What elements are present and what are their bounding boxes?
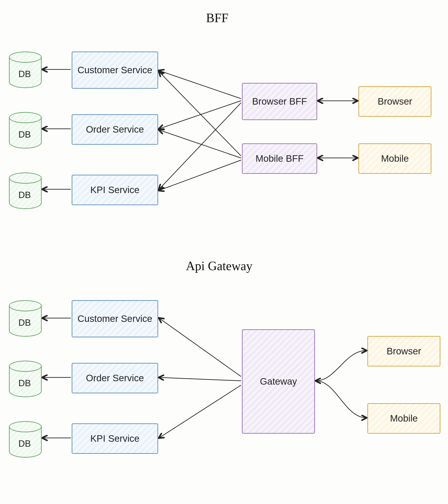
service-label: Order Service	[86, 373, 144, 384]
diagram-canvas: BFF DB DB DB Customer Service Order Serv…	[0, 0, 448, 504]
db-customer-bottom: DB	[9, 300, 40, 336]
svg-line-8	[159, 160, 241, 190]
client-label: Browser	[378, 96, 412, 107]
db-kpi-top: DB	[9, 173, 40, 208]
db-label: DB	[9, 318, 40, 328]
service-kpi-bottom: KPI Service	[72, 423, 158, 454]
service-customer-top: Customer Service	[72, 52, 158, 89]
client-browser-top: Browser	[358, 86, 431, 117]
gateway-label: Gateway	[260, 376, 297, 387]
db-label: DB	[9, 439, 40, 449]
db-label: DB	[9, 129, 40, 140]
service-label: KPI Service	[90, 433, 139, 444]
svg-line-14	[159, 318, 241, 376]
svg-line-15	[159, 378, 241, 381]
title-gateway: Api Gateway	[186, 259, 252, 273]
svg-line-5	[159, 103, 241, 189]
service-label: Customer Service	[77, 313, 152, 324]
db-label: DB	[9, 190, 40, 200]
gateway-box: Gateway	[242, 329, 315, 434]
svg-line-3	[159, 71, 241, 99]
db-customer-top: DB	[9, 52, 40, 87]
bff-label: Browser BFF	[252, 96, 307, 107]
service-customer-bottom: Customer Service	[72, 300, 158, 337]
bff-browser: Browser BFF	[242, 83, 317, 120]
service-order-bottom: Order Service	[72, 363, 158, 393]
service-kpi-top: KPI Service	[72, 175, 158, 205]
bff-mobile: Mobile BFF	[242, 143, 317, 174]
db-label: DB	[9, 378, 40, 388]
service-label: Order Service	[86, 124, 144, 135]
svg-line-7	[159, 130, 241, 158]
service-label: KPI Service	[90, 184, 139, 196]
client-label: Browser	[387, 346, 421, 357]
client-label: Mobile	[381, 153, 409, 164]
client-browser-bottom: Browser	[367, 336, 440, 366]
db-order-bottom: DB	[9, 361, 40, 396]
client-mobile-top: Mobile	[358, 143, 431, 174]
service-label: Customer Service	[77, 65, 152, 76]
title-bff: BFF	[206, 11, 229, 25]
svg-line-16	[159, 385, 241, 438]
client-label: Mobile	[390, 413, 418, 424]
service-order-top: Order Service	[72, 114, 158, 145]
db-label: DB	[9, 69, 40, 79]
db-kpi-bottom: DB	[9, 421, 40, 457]
svg-line-4	[159, 101, 241, 129]
client-mobile-bottom: Mobile	[367, 403, 440, 434]
svg-line-6	[159, 72, 241, 156]
db-order-top: DB	[9, 112, 40, 148]
bff-label: Mobile BFF	[256, 153, 304, 164]
